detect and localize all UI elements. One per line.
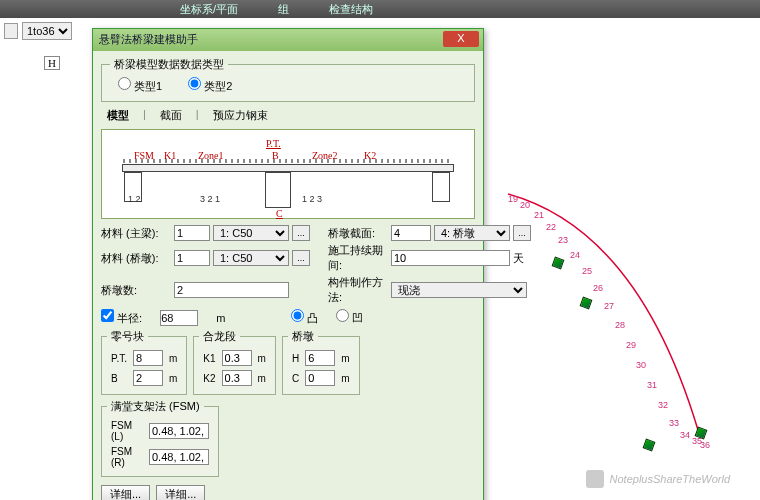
bridge-diagram: FSM K1 Zone1 P.T. B Zone2 K2 H C 1 2 3 2… bbox=[101, 129, 475, 219]
node-cube-icon bbox=[580, 297, 593, 310]
data-type-legend: 桥梁模型数据数据类型 bbox=[110, 57, 228, 72]
ribbon-tab-group[interactable]: 组 bbox=[278, 2, 289, 17]
node-label: 27 bbox=[604, 301, 614, 311]
node-label: 26 bbox=[593, 283, 603, 293]
data-type-group: 桥梁模型数据数据类型 类型1 类型2 bbox=[101, 57, 475, 102]
in-k2[interactable] bbox=[222, 370, 252, 386]
radio-type2[interactable]: 类型2 bbox=[188, 77, 232, 94]
node-label: 24 bbox=[570, 250, 580, 260]
selection-combo[interactable]: 1to36 bbox=[22, 22, 72, 40]
vertical-toolbar: H bbox=[44, 56, 60, 70]
node-label: 34 bbox=[680, 430, 690, 440]
node-cube-icon bbox=[552, 257, 565, 270]
material-form: 材料 (主梁): 1: C50 ... 桥墩截面: 4: 桥墩 ... 材料 (… bbox=[101, 225, 475, 305]
cantilever-wizard-dialog: 悬臂法桥梁建模助手 X 桥梁模型数据数据类型 类型1 类型2 模型| 截面| 预… bbox=[92, 28, 484, 500]
sel-pier-sec[interactable]: 4: 桥墩 bbox=[434, 225, 510, 241]
wechat-icon bbox=[586, 470, 604, 488]
btn-pier-sec-more[interactable]: ... bbox=[513, 225, 531, 241]
in-h[interactable] bbox=[305, 350, 335, 366]
node-label: 19 bbox=[508, 194, 518, 204]
sel-mat-main[interactable]: 1: C50 bbox=[213, 225, 289, 241]
dialog-title: 悬臂法桥梁建模助手 bbox=[99, 33, 198, 45]
in-fsm-r[interactable] bbox=[149, 449, 209, 465]
tool-icon[interactable]: H bbox=[44, 56, 60, 70]
grp-pier: 桥墩 Hm Cm bbox=[282, 329, 360, 395]
node-label: 29 bbox=[626, 340, 636, 350]
lbl-day: 天 bbox=[513, 251, 527, 266]
in-b[interactable] bbox=[133, 370, 163, 386]
tab-section[interactable]: 截面 bbox=[156, 106, 186, 125]
btn-detail2[interactable]: 详细... bbox=[156, 485, 205, 500]
lbl-method: 构件制作方法: bbox=[328, 275, 388, 305]
radio-type1[interactable]: 类型1 bbox=[118, 77, 162, 94]
watermark: NoteplusShareTheWorld bbox=[586, 470, 730, 488]
app-ribbon: 坐标系/平面 组 检查结构 bbox=[0, 0, 760, 18]
in-c[interactable] bbox=[305, 370, 335, 386]
combo-prev-icon[interactable] bbox=[4, 23, 18, 39]
chk-radius[interactable]: 半径: bbox=[101, 309, 142, 326]
dialog-titlebar[interactable]: 悬臂法桥梁建模助手 X bbox=[93, 29, 483, 51]
tab-strip: 模型| 截面| 预应力钢束 bbox=[103, 106, 475, 125]
radio-concave[interactable]: 凹 bbox=[336, 309, 363, 326]
in-pier-sec-n[interactable] bbox=[391, 225, 431, 241]
in-k1[interactable] bbox=[222, 350, 252, 366]
ribbon-tab-coord[interactable]: 坐标系/平面 bbox=[180, 2, 238, 17]
btn-detail1[interactable]: 详细... bbox=[101, 485, 150, 500]
sel-method[interactable]: 现浇 bbox=[391, 282, 527, 298]
selection-combo-row: 1to36 bbox=[4, 22, 72, 40]
node-label: 20 bbox=[520, 200, 530, 210]
close-icon[interactable]: X bbox=[443, 31, 479, 47]
node-label: 36 bbox=[700, 440, 710, 450]
sel-mat-pier[interactable]: 1: C50 bbox=[213, 250, 289, 266]
grp-closure: 合龙段 K1m K2m bbox=[193, 329, 276, 395]
radio-convex[interactable]: 凸 bbox=[291, 309, 318, 326]
grp-fsm: 满堂支架法 (FSM) FSM (L) FSM (R) bbox=[101, 399, 219, 477]
node-label: 32 bbox=[658, 400, 668, 410]
in-pier-count[interactable] bbox=[174, 282, 289, 298]
in-duration[interactable] bbox=[391, 250, 510, 266]
btn-mat-pier-more[interactable]: ... bbox=[292, 250, 310, 266]
node-label: 23 bbox=[558, 235, 568, 245]
in-fsm-l[interactable] bbox=[149, 423, 209, 439]
lbl-pier-sec: 桥墩截面: bbox=[328, 226, 388, 241]
in-pt[interactable] bbox=[133, 350, 163, 366]
node-label: 21 bbox=[534, 210, 544, 220]
node-label: 31 bbox=[647, 380, 657, 390]
in-mat-pier-n[interactable] bbox=[174, 250, 210, 266]
grp-zero-block: 零号块 P.T.m Bm bbox=[101, 329, 187, 395]
btn-mat-main-more[interactable]: ... bbox=[292, 225, 310, 241]
tab-model[interactable]: 模型 bbox=[103, 106, 133, 125]
in-mat-main-n[interactable] bbox=[174, 225, 210, 241]
lbl-mat-main: 材料 (主梁): bbox=[101, 226, 171, 241]
node-label: 30 bbox=[636, 360, 646, 370]
tab-tendon[interactable]: 预应力钢束 bbox=[209, 106, 272, 125]
in-radius[interactable] bbox=[160, 310, 198, 326]
lbl-duration: 施工持续期间: bbox=[328, 243, 388, 273]
lbl-mat-pier: 材料 (桥墩): bbox=[101, 251, 171, 266]
node-label: 28 bbox=[615, 320, 625, 330]
ribbon-tab-check[interactable]: 检查结构 bbox=[329, 2, 373, 17]
lbl-pier-count: 桥墩数: bbox=[101, 283, 171, 298]
node-cube-icon bbox=[643, 439, 656, 452]
node-label: 25 bbox=[582, 266, 592, 276]
node-label: 33 bbox=[669, 418, 679, 428]
node-label: 22 bbox=[546, 222, 556, 232]
